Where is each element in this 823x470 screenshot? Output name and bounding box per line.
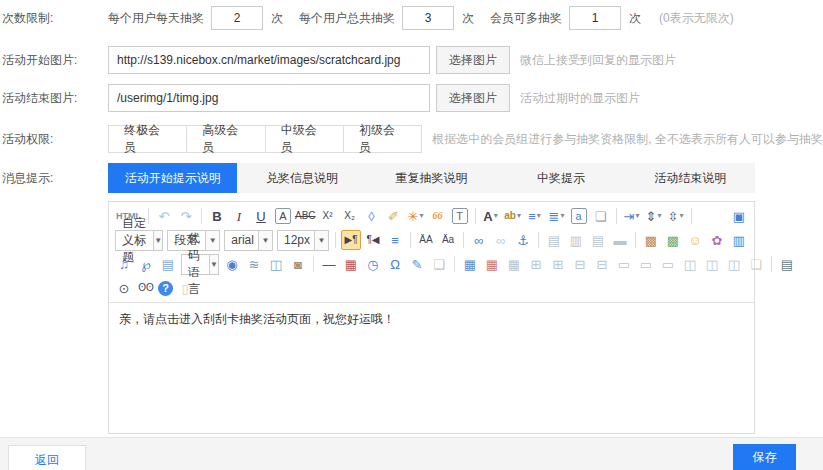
image-upload-icon[interactable]: ▩ [663,230,683,250]
member-option-3[interactable]: 初级会员 [343,126,421,152]
insert-table-icon[interactable]: ▦ [460,254,480,274]
map-icon[interactable]: ◉ [222,254,242,274]
insert-date-icon[interactable]: ▦ [341,254,361,274]
scrawl-icon[interactable]: ✿ [707,230,727,250]
message-tab-1[interactable]: 兑奖信息说明 [237,163,366,193]
message-tab-4[interactable]: 活动结束说明 [626,163,755,193]
undo-icon[interactable]: ↶ [154,206,174,226]
clipboard-icon[interactable]: ▯ [175,278,195,298]
merge-down-icon[interactable]: ▭ [636,254,656,274]
underline-icon[interactable]: U [251,206,271,226]
iframe-icon[interactable]: ◫ [266,254,286,274]
chevron-down-icon[interactable]: ▼ [205,231,219,250]
split-row-icon[interactable]: ◫ [702,254,722,274]
back-button[interactable]: 返回 [8,445,86,470]
superscript-icon[interactable]: X² [318,206,338,226]
table-title-icon[interactable]: ▦ [504,254,524,274]
subscript-icon[interactable]: X₂ [340,206,360,226]
insert-image-icon[interactable]: ▩ [641,230,661,250]
font-size-select[interactable]: 12px▼ [277,230,329,251]
music-icon[interactable]: ♫ [114,254,134,274]
heading-select[interactable]: 自定义标题▼ [115,230,163,251]
fullscreen-icon[interactable]: ▣ [729,206,749,226]
formula-icon[interactable]: ✎ [407,254,427,274]
start-image-pick-button[interactable]: 选择图片 [436,46,510,74]
insert-row-icon[interactable]: ⊞ [526,254,546,274]
editor-content[interactable]: 亲，请点击进入刮刮卡抽奖活动页面，祝您好运哦！ [109,303,754,433]
split-cells-icon[interactable]: ◫ [680,254,700,274]
member-option-2[interactable]: 中级会员 [265,126,343,152]
rtl-icon[interactable]: ¶◀ [363,230,383,250]
ordered-list-icon[interactable]: ≡▾ [525,206,545,226]
chevron-down-icon[interactable]: ▼ [258,231,272,250]
merge-cells-icon[interactable]: ▭ [658,254,678,274]
insert-col-icon[interactable]: ⊞ [548,254,568,274]
attachment-icon[interactable]: ℘ [136,254,156,274]
strikethrough-icon[interactable]: ABC [295,206,316,226]
daily-limit-input[interactable] [211,6,263,30]
redo-icon[interactable]: ↷ [176,206,196,226]
font-border-icon[interactable]: A [275,208,291,224]
chevron-down-icon[interactable]: ▼ [209,255,218,274]
indent-icon[interactable]: ⇥▾ [622,206,642,226]
image-align-center-icon[interactable]: ▥ [566,230,586,250]
end-image-url-input[interactable] [108,84,430,112]
image-align-right-icon[interactable]: ▤ [588,230,608,250]
new-document-icon[interactable]: ❏ [591,206,611,226]
insert-time-icon[interactable]: ◷ [363,254,383,274]
emoji-icon[interactable]: ☺ [685,230,705,250]
bold-icon[interactable]: B [207,206,227,226]
save-button[interactable]: 保存 [733,444,796,470]
format-brush-icon[interactable]: ✐ [384,206,404,226]
start-image-url-input[interactable] [108,46,430,74]
to-lowercase-icon[interactable]: Äa [438,230,458,250]
page-break-icon[interactable]: ≋ [244,254,264,274]
horizontal-rule-icon[interactable]: — [319,254,339,274]
help-icon[interactable]: ? [158,281,173,296]
message-tab-0[interactable]: 活动开始提示说明 [108,163,237,193]
member-option-0[interactable]: 终极会员 [109,126,186,152]
auto-typeset-icon[interactable]: a [571,208,587,224]
format-paint-icon[interactable]: ✳▾ [406,206,426,226]
font-family-select[interactable]: arial▼ [224,230,273,251]
member-option-1[interactable]: 高级会员 [186,126,264,152]
to-uppercase-icon[interactable]: ÄA [416,230,436,250]
unlink-icon[interactable]: ∞ [491,230,511,250]
insert-video-icon[interactable]: ▥ [729,230,749,250]
code-language-select[interactable]: 代码语言▼ [181,254,219,275]
member-extra-limit-input[interactable] [569,6,621,30]
delete-row-icon[interactable]: ⊟ [570,254,590,274]
search-icon[interactable]: ⊙ [114,278,134,298]
image-align-none-icon[interactable]: ▬ [610,230,630,250]
paste-icon[interactable]: T [452,208,468,224]
image-align-left-icon[interactable]: ▤ [544,230,564,250]
anchor-icon[interactable]: ⚓ [513,230,533,250]
end-image-pick-button[interactable]: 选择图片 [436,84,510,112]
message-tab-2[interactable]: 重复抽奖说明 [367,163,496,193]
paragraph-spacing-icon[interactable]: ⇳▾ [666,206,686,226]
print-icon[interactable]: ▤ [777,254,797,274]
unordered-list-icon[interactable]: ≣▾ [547,206,567,226]
paper-icon[interactable]: ❏ [746,254,766,274]
total-limit-input[interactable] [402,6,454,30]
font-color-icon[interactable]: A▾ [481,206,501,226]
special-char-icon[interactable]: Ω [385,254,405,274]
screenshot-icon[interactable]: ◙ [288,254,308,274]
delete-col-icon[interactable]: ⊟ [592,254,612,274]
link-icon[interactable]: ∞ [469,230,489,250]
blockquote-icon[interactable]: 66 [428,206,448,226]
print-preview-icon[interactable]: ❏ [429,254,449,274]
chevron-down-icon[interactable]: ▼ [314,231,328,250]
ltr-icon[interactable]: ▶¶ [341,230,361,250]
split-col-icon[interactable]: ◫ [724,254,744,274]
background-color-icon[interactable]: ab▾ [503,206,523,226]
chevron-down-icon[interactable]: ▼ [153,231,162,250]
merge-right-icon[interactable]: ▭ [614,254,634,274]
insert-code-icon[interactable]: ▤ [158,254,178,274]
message-tab-3[interactable]: 中奖提示 [496,163,625,193]
remove-format-icon[interactable]: ◊ [362,206,382,226]
paragraph-align-icon[interactable]: ≡ [385,230,405,250]
find-replace-icon[interactable]: ʘʘ [136,278,156,298]
delete-table-icon[interactable]: ▦ [482,254,502,274]
line-height-icon[interactable]: ⇕▾ [644,206,664,226]
